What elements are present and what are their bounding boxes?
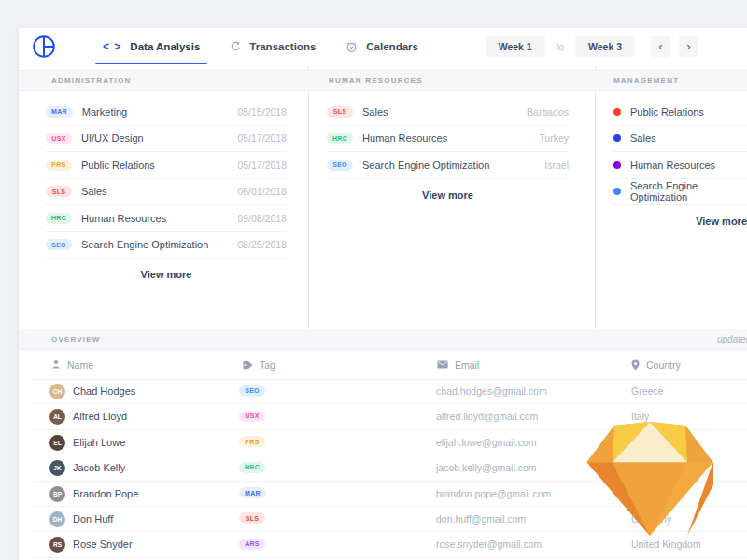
list-item[interactable]: SEO Search Engine Optimization Israel: [327, 152, 569, 179]
status-dot: [613, 134, 621, 142]
tag-badge: SLS: [327, 106, 353, 118]
tag-badge: SEO: [239, 385, 265, 397]
cell-email: don.huff@gmail.com: [436, 507, 526, 532]
dashboard-page: { "header": { "tabs": [ { "label": "Data…: [0, 0, 747, 560]
sketch-logo: [586, 422, 713, 536]
list-item[interactable]: USX UI/UX Design 05/17/2018: [46, 126, 287, 153]
table-row[interactable]: CH Chad Hodges SEO chad.hodges@gmail.com…: [19, 379, 747, 404]
cell-name: Rose Snyder: [73, 532, 133, 557]
tag-badge: SLS: [239, 512, 265, 524]
column-label: Name: [67, 359, 93, 371]
list-item[interactable]: HRC Human Resources Turkey: [327, 126, 569, 153]
tag-badge: HRC: [46, 213, 72, 224]
item-date: 05/17/2018: [237, 133, 287, 144]
top-navbar: < > Data Analysis Transactions Calendars: [19, 28, 747, 65]
avatar: BP: [49, 486, 65, 502]
tag-badge: PRS: [239, 436, 265, 447]
code-icon: < >: [103, 40, 121, 53]
cell-name: Don Huff: [73, 507, 113, 532]
updated-note: updated: [717, 334, 747, 344]
refresh-icon: [230, 41, 241, 52]
column-label: Email: [455, 359, 479, 371]
tag-badge: SEO: [327, 160, 353, 171]
list-item[interactable]: SLS Sales Barbados: [327, 99, 569, 126]
cell-name: Alfred Lloyd: [73, 404, 127, 429]
item-label: Public Relations: [81, 160, 155, 171]
list-item[interactable]: PRS Public Relations 05/17/2018: [46, 152, 287, 179]
list-item[interactable]: Public Relations: [613, 99, 747, 126]
item-label: Search Engine Optimization: [630, 180, 747, 203]
tag-icon: [243, 360, 253, 370]
list-item[interactable]: SEO Search Engine Optimization 08/25/201…: [46, 232, 287, 259]
week-from-button[interactable]: Week 1: [486, 36, 545, 57]
tab-label: Calendars: [366, 41, 418, 52]
avatar: JK: [49, 460, 65, 476]
cell-country: United Kingdom: [631, 532, 701, 557]
table-row[interactable]: RS Rose Snyder ARS rose.snyder@gmail.com…: [19, 532, 747, 557]
week-range-controls: Week 1 to Week 3 ‹ ›: [486, 36, 698, 57]
section-header-administration: ADMINISTRATION: [19, 70, 308, 91]
prev-week-button[interactable]: ‹: [651, 36, 670, 57]
tab-calendars[interactable]: Calendars: [345, 28, 418, 65]
item-country: Turkey: [539, 133, 569, 144]
tag-badge: MAR: [46, 106, 73, 118]
cell-name: Brandon Pope: [73, 482, 138, 507]
item-date: 08/25/2018: [237, 239, 287, 250]
item-label: Sales: [362, 106, 388, 118]
tag-badge: PRS: [46, 160, 72, 171]
section-title: OVERVIEW: [19, 335, 101, 343]
section-header-human-resources: HUMAN RESOURCES: [308, 70, 595, 91]
cell-email: brandon.pope@gmail.com: [436, 482, 551, 507]
cell-name: Jacob Kelly: [73, 455, 125, 481]
section-header-overview: OVERVIEW updated: [19, 329, 747, 350]
column-header-country[interactable]: Country: [631, 350, 681, 379]
column-divider: [308, 65, 309, 329]
next-week-button[interactable]: ›: [679, 36, 698, 57]
item-label: Search Engine Optimization: [81, 239, 208, 250]
item-label: Marketing: [82, 106, 127, 118]
avatar: CH: [49, 384, 65, 399]
avatar: RS: [49, 537, 65, 553]
nav-tabs: < > Data Analysis Transactions Calendars: [103, 28, 418, 65]
list-item[interactable]: Sales: [613, 126, 747, 153]
column-divider: [595, 65, 596, 329]
column-header-tag[interactable]: Tag: [243, 350, 275, 379]
tab-transactions[interactable]: Transactions: [230, 28, 316, 65]
tag-badge: ARS: [239, 539, 265, 550]
tag-badge: HRC: [239, 462, 265, 473]
list-item[interactable]: HRC Human Resources 09/08/2018: [46, 205, 287, 232]
item-label: Search Engine Optimization: [362, 160, 489, 171]
item-country: Barbados: [527, 106, 569, 118]
human-resources-list: SLS Sales Barbados HRC Human Resources T…: [327, 99, 569, 208]
item-label: Sales: [630, 133, 656, 144]
tag-badge: USX: [239, 411, 265, 422]
tag-badge: SLS: [46, 186, 72, 197]
view-more-link[interactable]: View more: [46, 261, 287, 287]
view-more-link[interactable]: View more: [327, 182, 569, 208]
administration-list: MAR Marketing 05/15/2018 USX UI/UX Desig…: [46, 99, 287, 287]
section-title: MANAGEMENT: [613, 77, 679, 85]
week-to-button[interactable]: Week 3: [575, 36, 635, 57]
list-item[interactable]: SLS Sales 06/01/2018: [46, 179, 287, 206]
cell-email: rose.snyder@gmail.com: [436, 532, 542, 557]
tab-data-analysis[interactable]: < > Data Analysis: [103, 28, 200, 65]
person-icon: [51, 359, 61, 370]
item-label: UI/UX Design: [81, 133, 144, 144]
item-date: 05/15/2018: [237, 106, 287, 118]
avatar: EL: [49, 435, 65, 451]
row-divider: [33, 557, 747, 558]
item-label: Human Resources: [362, 133, 447, 144]
column-header-name[interactable]: Name: [51, 350, 93, 379]
column-header-email[interactable]: Email: [437, 350, 479, 379]
column-label: Country: [646, 359, 681, 371]
status-dot: [613, 108, 621, 116]
alarm-clock-icon: [345, 41, 358, 53]
view-more-link[interactable]: View more: [613, 208, 747, 234]
list-item[interactable]: Search Engine Optimization: [613, 179, 747, 206]
section-header-management: MANAGEMENT: [595, 70, 747, 91]
list-item[interactable]: Human Resources: [613, 152, 747, 179]
item-label: Public Relations: [630, 106, 704, 118]
status-dot: [613, 188, 621, 195]
list-item[interactable]: MAR Marketing 05/15/2018: [46, 99, 287, 126]
cell-email: alfred.lloyd@gmail.com: [436, 404, 538, 429]
